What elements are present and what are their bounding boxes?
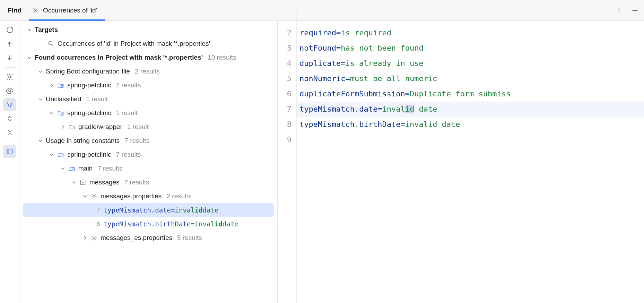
preview-editor[interactable]: 123456789 welcome=Welcomerequired=is req… bbox=[278, 10, 644, 303]
module-icon bbox=[57, 81, 64, 89]
side-panel-icon[interactable] bbox=[3, 145, 16, 158]
project-node[interactable]: spring-petclinic 1 result bbox=[19, 106, 277, 120]
result-count: 7 results bbox=[124, 179, 149, 186]
preview-icon[interactable] bbox=[3, 84, 16, 97]
targets-label: Targets bbox=[35, 26, 58, 34]
properties-file-icon bbox=[90, 192, 98, 200]
code-line[interactable]: duplicate=is already in use bbox=[299, 56, 644, 71]
result-count: 2 results bbox=[135, 68, 160, 75]
svg-point-4 bbox=[9, 90, 11, 92]
prev-occurrence-icon[interactable] bbox=[3, 37, 16, 51]
collapse-all-icon[interactable] bbox=[3, 126, 16, 139]
token-value: Duplicate form submiss bbox=[410, 89, 511, 98]
chevron-right-icon[interactable] bbox=[49, 82, 55, 88]
token-key: notFound bbox=[299, 44, 336, 52]
chevron-down-icon[interactable] bbox=[26, 27, 33, 33]
occurrence-row-selected[interactable]: 7 typeMismatch.date=invalid date bbox=[23, 203, 274, 217]
code-area[interactable]: welcome=Welcomerequired=is requirednotFo… bbox=[297, 10, 644, 303]
category-label: Unclassified bbox=[46, 95, 81, 103]
gutter-line-number: 3 bbox=[278, 41, 291, 56]
result-count: 2 results bbox=[166, 192, 191, 200]
chevron-down-icon[interactable] bbox=[37, 68, 44, 75]
token-equals: = bbox=[345, 74, 350, 83]
code-line[interactable] bbox=[299, 132, 644, 147]
svg-point-0 bbox=[619, 8, 620, 9]
token-equals: = bbox=[336, 44, 341, 52]
chevron-down-icon[interactable] bbox=[49, 152, 55, 158]
result-count: 7 results bbox=[116, 151, 141, 158]
chevron-down-icon[interactable] bbox=[82, 193, 88, 199]
token-value: must be all numeric bbox=[350, 74, 437, 83]
active-tab-underline bbox=[29, 19, 105, 21]
occurrence-match: id bbox=[195, 206, 203, 214]
found-label: Found occurrences in Project with mask '… bbox=[35, 54, 203, 61]
category-springboot[interactable]: Spring Boot configuration file 2 results bbox=[19, 64, 277, 78]
token-key: required bbox=[299, 28, 336, 37]
code-line[interactable]: welcome=Welcome bbox=[299, 10, 644, 25]
settings-icon[interactable] bbox=[3, 70, 16, 84]
source-root-node[interactable]: main 7 results bbox=[19, 162, 277, 175]
expand-all-icon[interactable] bbox=[3, 112, 16, 125]
category-string-constants[interactable]: Usage in string constants 7 results bbox=[19, 134, 277, 148]
results-tree[interactable]: Targets Occurrences of 'id' in Project w… bbox=[19, 21, 278, 303]
token-equals: = bbox=[377, 105, 382, 113]
chevron-down-icon[interactable] bbox=[60, 165, 66, 172]
folder-node[interactable]: gradle/wrapper 1 result bbox=[19, 120, 277, 134]
tab-occurrences[interactable]: Occurrences of 'id' bbox=[29, 0, 105, 20]
chevron-down-icon[interactable] bbox=[37, 138, 44, 144]
gutter-line-number: 7 bbox=[278, 102, 291, 117]
result-count: 1 result bbox=[116, 109, 138, 117]
package-label: messages bbox=[89, 179, 120, 186]
occurrence-match: id bbox=[215, 220, 223, 228]
chevron-down-icon[interactable] bbox=[49, 110, 55, 116]
category-unclassified[interactable]: Unclassified 1 result bbox=[19, 92, 277, 106]
package-node[interactable]: messages 7 results bbox=[19, 175, 277, 189]
result-count: 1 result bbox=[127, 123, 149, 131]
occurrence-row[interactable]: 8 typeMismatch.birthDate=invalid date bbox=[19, 217, 277, 231]
result-count: 1 result bbox=[86, 95, 107, 103]
targets-header[interactable]: Targets bbox=[19, 23, 277, 37]
folder-icon bbox=[68, 123, 76, 131]
token-key: duplicate bbox=[299, 59, 341, 68]
code-line[interactable]: typeMismatch.birthDate=invalid date bbox=[299, 117, 644, 132]
token-equals: = bbox=[332, 13, 336, 22]
rerun-icon[interactable] bbox=[3, 24, 16, 37]
gutter-line-number: 8 bbox=[278, 117, 291, 132]
token-value: date bbox=[414, 105, 437, 113]
svg-point-7 bbox=[49, 41, 52, 45]
code-line[interactable]: duplicateFormSubmission=Duplicate form s… bbox=[299, 86, 644, 102]
token-value: has not been found bbox=[341, 44, 423, 52]
project-label: spring-petclinic bbox=[67, 151, 111, 158]
search-match-highlight: id bbox=[405, 105, 415, 113]
tool-window-title: Find bbox=[0, 0, 29, 20]
project-node[interactable]: spring-petclinic 7 results bbox=[19, 148, 277, 162]
occurrence-val-pre: inval bbox=[175, 206, 194, 214]
chevron-down-icon[interactable] bbox=[71, 179, 77, 185]
file-node-messages-properties[interactable]: messages.properties 2 results bbox=[19, 189, 277, 203]
chevron-down-icon[interactable] bbox=[37, 96, 44, 102]
found-header[interactable]: Found occurrences in Project with mask '… bbox=[19, 51, 277, 64]
code-line[interactable]: typeMismatch.date=invalid date bbox=[299, 102, 644, 117]
token-equals: = bbox=[341, 59, 345, 68]
close-icon[interactable] bbox=[33, 8, 38, 13]
project-node[interactable]: spring-petclinic 2 results bbox=[19, 78, 277, 92]
svg-point-17 bbox=[82, 182, 84, 183]
token-key: nonNumeric bbox=[299, 74, 345, 83]
find-tool-window: Find Occurrences of 'id' bbox=[0, 0, 644, 303]
module-icon bbox=[57, 151, 64, 158]
chevron-right-icon[interactable] bbox=[60, 124, 66, 130]
package-icon bbox=[79, 179, 87, 186]
code-line[interactable]: notFound=has not been found bbox=[299, 41, 644, 56]
result-count: 7 results bbox=[124, 137, 149, 145]
chevron-right-icon[interactable] bbox=[82, 235, 88, 241]
group-by-icon[interactable] bbox=[3, 98, 16, 111]
token-key: typeMismatch.birthDate bbox=[299, 120, 400, 129]
chevron-down-icon[interactable] bbox=[26, 54, 33, 61]
token-equals: = bbox=[405, 89, 410, 98]
next-occurrence-icon[interactable] bbox=[3, 51, 16, 64]
code-line[interactable]: nonNumeric=must be all numeric bbox=[299, 71, 644, 86]
targets-detail[interactable]: Occurrences of 'id' in Project with mask… bbox=[19, 37, 277, 51]
code-line[interactable]: required=is required bbox=[299, 25, 644, 41]
svg-rect-9 bbox=[62, 86, 63, 87]
file-node-messages-es-properties[interactable]: messages_es.properties 5 results bbox=[19, 231, 277, 245]
